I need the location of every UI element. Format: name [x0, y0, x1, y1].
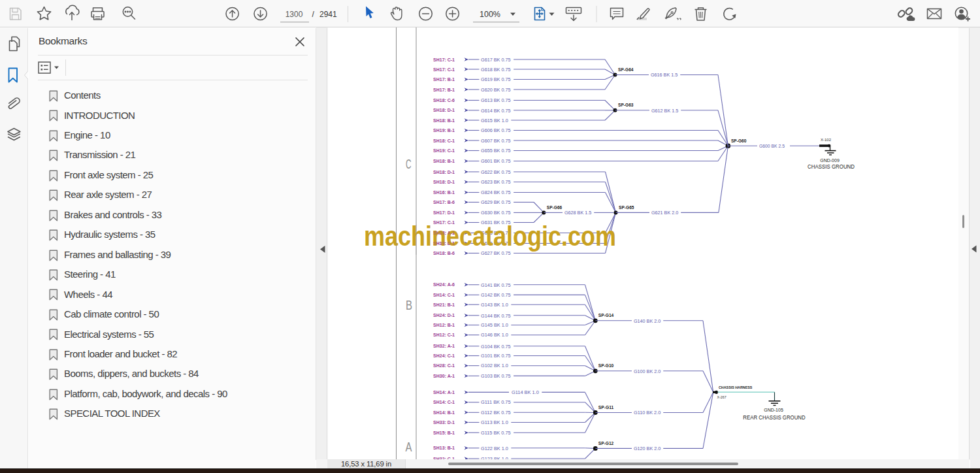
svg-text:G606 BK 0.75: G606 BK 0.75	[481, 127, 511, 133]
svg-text:SH17: B-1: SH17: B-1	[433, 76, 455, 82]
svg-text:C: C	[406, 156, 412, 171]
svg-text:REAR CHASSIS GROUND: REAR CHASSIS GROUND	[743, 415, 805, 421]
svg-text:G104 BK 0.75: G104 BK 0.75	[481, 344, 511, 350]
svg-text:SH14: B-1: SH14: B-1	[433, 410, 455, 416]
svg-text:SH17: C-1: SH17: C-1	[433, 57, 455, 63]
svg-text:SH30: A-1: SH30: A-1	[433, 373, 455, 379]
svg-text:SH15: B-1: SH15: B-1	[433, 430, 455, 436]
svg-text:2941: 2941	[319, 10, 337, 19]
svg-text:SH18: D-1: SH18: D-1	[433, 107, 455, 113]
svg-text:SH17: B-1: SH17: B-1	[433, 87, 455, 93]
svg-text:G113 BK 1.0: G113 BK 1.0	[481, 419, 508, 425]
svg-text:SH21: B-1: SH21: B-1	[433, 302, 455, 308]
svg-text:1300: 1300	[286, 10, 303, 19]
svg-text:G616 BK 1.5: G616 BK 1.5	[651, 72, 678, 78]
svg-text:SP-G14: SP-G14	[598, 313, 614, 318]
svg-text:SH17: D-1: SH17: D-1	[433, 210, 455, 216]
svg-text:G824 BK 0.75: G824 BK 0.75	[481, 189, 511, 195]
svg-text:G620 BK 0.75: G620 BK 0.75	[481, 87, 511, 93]
svg-text:X-102: X-102	[821, 138, 831, 142]
svg-text:G619 BK 0.75: G619 BK 0.75	[481, 76, 511, 82]
svg-text:SH19: D-1: SH19: D-1	[433, 240, 455, 246]
svg-text:SH18: D-1: SH18: D-1	[433, 169, 455, 175]
svg-text:SH19: B-1: SH19: B-1	[433, 127, 455, 133]
svg-text:SH14: C-1: SH14: C-1	[433, 292, 455, 298]
svg-text:G614 BK 0.75: G614 BK 0.75	[481, 108, 511, 114]
svg-text:G612 BK 1.5: G612 BK 1.5	[651, 108, 679, 114]
svg-text:G630 BK 0.75: G630 BK 0.75	[481, 210, 511, 216]
svg-text:SH24: C-1: SH24: C-1	[433, 353, 455, 359]
svg-text:SH18: B-1: SH18: B-1	[433, 118, 455, 123]
svg-text:G122 BK 1.0: G122 BK 1.0	[481, 446, 508, 451]
svg-text:G622 BK 0.75: G622 BK 0.75	[481, 169, 511, 175]
svg-text:G618 BK 0.75: G618 BK 0.75	[481, 67, 511, 73]
svg-text:GND-009: GND-009	[820, 158, 840, 163]
svg-text:G146 BK 1.0: G146 BK 1.0	[481, 332, 508, 338]
svg-text:B: B	[406, 298, 412, 312]
svg-text:SP-G60: SP-G60	[731, 139, 747, 143]
svg-text:G629 BK 0.75: G629 BK 0.75	[481, 199, 511, 205]
svg-text:SH33: D-1: SH33: D-1	[433, 419, 455, 425]
svg-text:G655 BK 0.75: G655 BK 0.75	[481, 148, 511, 154]
svg-text:G101 BK 0.75: G101 BK 0.75	[481, 353, 511, 359]
svg-text:G600 BK 2.5: G600 BK 2.5	[759, 143, 785, 149]
svg-text:SP-G66: SP-G66	[547, 205, 563, 210]
svg-text:SP-G65: SP-G65	[619, 205, 634, 210]
svg-text:G141 BK 0.75: G141 BK 0.75	[481, 282, 511, 288]
svg-text:SP-G64: SP-G64	[618, 67, 634, 72]
svg-text:SH17: B-6: SH17: B-6	[433, 199, 455, 205]
svg-text:SH28: C-1: SH28: C-1	[433, 363, 455, 368]
svg-text:G601 BK 0.75: G601 BK 0.75	[481, 158, 511, 164]
svg-text:G110 BK 2.0: G110 BK 2.0	[634, 410, 661, 416]
svg-text:G103 BK 0.75: G103 BK 0.75	[481, 373, 511, 379]
svg-text:SH19: C-1: SH19: C-1	[433, 148, 455, 154]
svg-text:SH12: B-1: SH12: B-1	[433, 322, 455, 328]
svg-text:G100 BK 2.0: G100 BK 2.0	[634, 368, 661, 374]
svg-text:SH14: C-1: SH14: C-1	[433, 399, 455, 405]
svg-text:G120 BK 2.0: G120 BK 2.0	[634, 446, 661, 451]
svg-text:X-267: X-267	[717, 395, 727, 399]
svg-text:G114 BK 1.0: G114 BK 1.0	[512, 389, 539, 395]
svg-text:SH18: A-1: SH18: A-1	[433, 230, 455, 236]
svg-text:machinecatalogic.com: machinecatalogic.com	[364, 221, 616, 252]
svg-text:G112 BK 0.75: G112 BK 0.75	[481, 410, 511, 416]
svg-text:100%: 100%	[480, 10, 500, 19]
svg-text:CHASSIS HARNESS: CHASSIS HARNESS	[719, 385, 752, 389]
svg-text:SH18: B-1: SH18: B-1	[433, 158, 455, 164]
svg-text:G617 BK 0.75: G617 BK 0.75	[481, 57, 511, 63]
svg-text:SP-G63: SP-G63	[618, 103, 634, 107]
svg-text:G607 BK 0.75: G607 BK 0.75	[481, 138, 511, 144]
svg-text:SH14: A-1: SH14: A-1	[433, 389, 455, 395]
svg-text:SH18: C-1: SH18: C-1	[433, 138, 455, 144]
svg-text:SH13: B-1: SH13: B-1	[433, 445, 455, 451]
svg-text:SH24: D-1: SH24: D-1	[433, 312, 455, 318]
svg-text:G144 BK 0.75: G144 BK 0.75	[481, 313, 511, 319]
svg-text:G628 BK 1.5: G628 BK 1.5	[564, 210, 592, 216]
svg-text:G145 BK 1.0: G145 BK 1.0	[481, 322, 508, 328]
svg-text:G621 BK 2.0: G621 BK 2.0	[651, 210, 679, 216]
svg-text:SH16: B-1: SH16: B-1	[433, 189, 455, 195]
svg-text:SH17: C-1: SH17: C-1	[433, 67, 455, 73]
svg-text:G615 BK 1.0: G615 BK 1.0	[481, 118, 508, 123]
svg-text:SH18: C-6: SH18: C-6	[433, 97, 455, 103]
svg-text:G140 BK 2.0: G140 BK 2.0	[634, 318, 661, 324]
svg-text:GND-105: GND-105	[764, 408, 783, 412]
svg-text:SH32: A-1: SH32: A-1	[433, 343, 455, 349]
svg-text:/: /	[312, 10, 315, 19]
svg-text:G102 BK 1.0: G102 BK 1.0	[481, 363, 508, 368]
svg-text:SP-G10: SP-G10	[598, 363, 614, 368]
svg-text:SP-G11: SP-G11	[598, 405, 614, 410]
svg-text:G142 BK 0.75: G142 BK 0.75	[481, 292, 511, 298]
svg-text:CHASSIS GROUND: CHASSIS GROUND	[808, 164, 855, 170]
svg-text:SP-G12: SP-G12	[598, 441, 614, 446]
svg-text:G623 BK 0.75: G623 BK 0.75	[481, 179, 511, 185]
svg-text:SH18: D-1: SH18: D-1	[433, 179, 455, 185]
svg-text:G613 BK 0.75: G613 BK 0.75	[481, 97, 511, 103]
svg-text:SH12: C-1: SH12: C-1	[433, 332, 455, 338]
svg-text:G115 BK 0.75: G115 BK 0.75	[481, 430, 511, 436]
svg-text:G143 BK 1.0: G143 BK 1.0	[481, 302, 508, 308]
svg-text:A: A	[406, 440, 412, 454]
svg-text:G111 BK 0.75: G111 BK 0.75	[481, 399, 511, 405]
svg-text:SH24: A-6: SH24: A-6	[433, 282, 455, 287]
